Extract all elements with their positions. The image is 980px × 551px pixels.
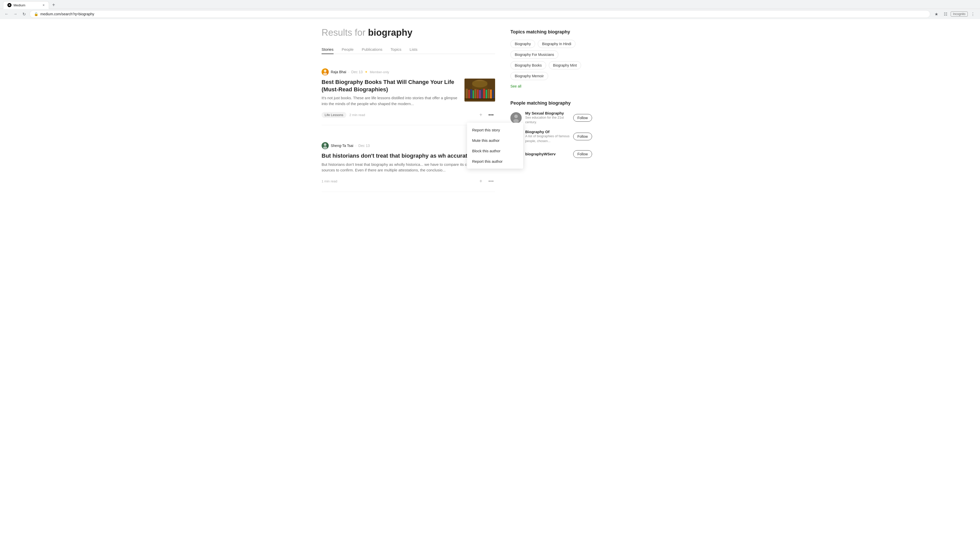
article-thumbnail-1: [465, 79, 495, 102]
svg-point-3: [324, 70, 326, 72]
topic-chip-biography-memoir[interactable]: Biography Memoir: [511, 72, 548, 80]
svg-rect-14: [481, 89, 483, 99]
dropdown-mute-author[interactable]: Mute this author: [467, 135, 523, 146]
person-desc-2: A list of biographies of famous people, …: [525, 134, 570, 143]
tab-topics[interactable]: Topics: [390, 45, 401, 54]
follow-button-2[interactable]: Follow: [573, 133, 592, 140]
tab-favicon: [7, 3, 11, 7]
back-button[interactable]: ←: [3, 11, 10, 17]
tabs-nav: Stories People Publications Topics Lists: [321, 45, 495, 54]
topics-section-title: Topics matching biography: [511, 29, 592, 35]
lock-icon: 🔒: [34, 12, 38, 16]
author-name-1[interactable]: Raja Bhai: [331, 70, 346, 74]
follow-button-3[interactable]: Follow: [573, 150, 592, 158]
browser-toolbar: ← → ↻ 🔒 medium.com/search?q=biography ★ …: [0, 9, 980, 19]
more-options-button-2[interactable]: •••: [487, 177, 495, 186]
article-title-1[interactable]: Best Biography Books That Will Change Yo…: [321, 79, 458, 93]
member-only-label-1: Member-only: [370, 70, 389, 74]
article-date-1: ·: [348, 70, 349, 74]
svg-rect-8: [468, 90, 470, 99]
author-avatar-2: [321, 142, 329, 149]
more-options-button-1[interactable]: •••: [487, 111, 495, 119]
person-item-1: My Sexual Biography Sex education for th…: [511, 111, 592, 124]
url-text: medium.com/search?q=biography: [40, 12, 94, 16]
follow-button-1[interactable]: Follow: [573, 114, 592, 122]
sidebar-topics-section: Topics matching biography Biography Biog…: [511, 29, 592, 88]
tab-lists[interactable]: Lists: [410, 45, 417, 54]
person-avatar-1: [511, 112, 522, 124]
person-name-1[interactable]: My Sexual Biography: [525, 111, 570, 115]
results-prefix: Results for: [321, 27, 368, 38]
svg-rect-17: [488, 89, 490, 99]
person-name-3[interactable]: biographyWServ: [525, 152, 570, 156]
dropdown-menu: Report this story Mute this author Block…: [467, 123, 523, 168]
article-date-text-2: Dec 13: [358, 144, 369, 148]
svg-point-4: [323, 73, 327, 75]
active-tab[interactable]: Medium ×: [3, 1, 49, 9]
dropdown-report-story[interactable]: Report this story: [467, 125, 523, 135]
article-date-text-1: Dec 13: [352, 70, 363, 74]
svg-point-25: [514, 114, 518, 118]
svg-rect-9: [470, 89, 472, 99]
svg-point-2: [9, 5, 10, 6]
svg-rect-15: [483, 89, 485, 99]
article-tag-1[interactable]: Life Lessons: [321, 112, 346, 118]
svg-rect-19: [492, 90, 494, 99]
svg-rect-10: [473, 90, 474, 99]
dropdown-block-author[interactable]: Block this author: [467, 146, 523, 156]
tab-title: Medium: [14, 3, 25, 7]
person-name-2[interactable]: Biography Of: [525, 130, 570, 134]
incognito-badge: Incognito: [951, 11, 968, 17]
forward-button[interactable]: →: [12, 11, 19, 17]
article-excerpt-1: It's not just books. These are life less…: [321, 95, 458, 106]
article-footer-2: 1 min read + •••: [321, 177, 495, 186]
more-button[interactable]: ⋮: [969, 10, 977, 18]
people-section-title: People matching biography: [511, 100, 592, 106]
results-query: biography: [368, 27, 412, 38]
article-text-1: Best Biography Books That Will Change Yo…: [321, 79, 458, 106]
article-card-1: Raja Bhai · Dec 13 ✦ Member-only Best Bi…: [321, 62, 495, 125]
tab-people[interactable]: People: [342, 45, 354, 54]
svg-rect-21: [472, 81, 487, 89]
article-body-1: Best Biography Books That Will Change Yo…: [321, 79, 495, 106]
svg-point-22: [324, 143, 326, 146]
tab-close-button[interactable]: ×: [43, 3, 45, 7]
address-bar[interactable]: 🔒 medium.com/search?q=biography: [30, 10, 930, 18]
tab-publications[interactable]: Publications: [362, 45, 382, 54]
save-button-2[interactable]: +: [477, 177, 485, 186]
main-content: Results for biography Stories People Pub…: [321, 27, 495, 192]
author-avatar-1: [321, 68, 329, 76]
article-date-2: ·: [355, 144, 356, 148]
topic-chip-biography-in-hindi[interactable]: Biography In Hindi: [538, 40, 576, 48]
extensions-button[interactable]: ☷: [942, 10, 950, 18]
member-badge-1: ✦: [365, 70, 368, 74]
tab-stories[interactable]: Stories: [321, 45, 334, 54]
person-info-1: My Sexual Biography Sex education for th…: [525, 111, 570, 124]
topic-chip-biography-mint[interactable]: Biography Mint: [549, 61, 581, 69]
svg-rect-12: [477, 89, 479, 99]
article-footer-1: Life Lessons 2 min read + •••: [321, 111, 495, 119]
results-heading: Results for biography: [321, 27, 495, 38]
topic-chip-biography-for-musicians[interactable]: Biography For Musicians: [511, 51, 558, 59]
reload-button[interactable]: ↻: [21, 11, 27, 17]
article-tags-2: 1 min read: [321, 179, 337, 183]
see-all-topics-link[interactable]: See all: [511, 84, 592, 88]
author-name-2[interactable]: Sheng-Ta Tsai: [331, 144, 353, 148]
svg-rect-18: [490, 89, 492, 99]
svg-point-23: [323, 146, 327, 149]
person-info-3: biographyWServ: [525, 152, 570, 156]
article-actions-2: + •••: [477, 177, 495, 186]
save-button-1[interactable]: +: [477, 111, 485, 119]
read-time-2: 1 min read: [321, 179, 337, 183]
topic-chip-biography[interactable]: Biography: [511, 40, 535, 48]
page-wrapper: Results for biography Stories People Pub…: [311, 19, 669, 200]
browser-right-controls: ★ ☷ Incognito ⋮: [932, 10, 977, 18]
topic-chips: Biography Biography In Hindi Biography F…: [511, 40, 592, 80]
new-tab-button[interactable]: +: [50, 1, 57, 8]
article-actions-1: + •••: [477, 111, 495, 119]
dropdown-report-author[interactable]: Report this author: [467, 156, 523, 167]
bookmark-button[interactable]: ★: [932, 10, 940, 18]
svg-rect-16: [486, 90, 487, 99]
read-time-1: 2 min read: [349, 113, 365, 117]
topic-chip-biography-books[interactable]: Biography Books: [511, 61, 546, 69]
